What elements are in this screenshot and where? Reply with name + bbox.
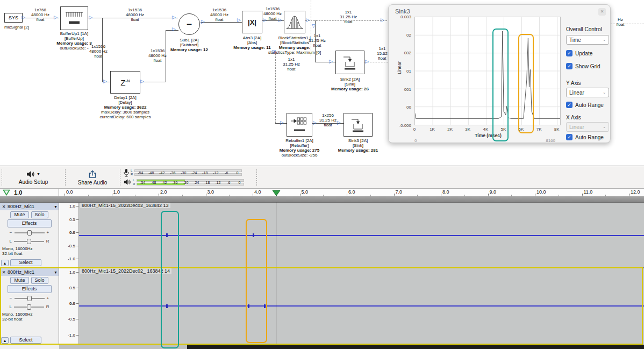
close-icon[interactable]: ✕ [598, 8, 606, 16]
gain-slider[interactable] [15, 230, 45, 236]
delay-caption: Delay1 [2A] [Delay] Memory usage: 3622 m… [90, 95, 160, 119]
amplitude-label: 0.0 [69, 301, 75, 306]
pan-right-label: R [46, 239, 49, 244]
slider-thumb[interactable] [27, 296, 32, 301]
select-button[interactable]: Select [10, 259, 41, 266]
gain-slider[interactable] [15, 296, 45, 301]
audio-setup-button[interactable]: ▼ Audio Setup [5, 167, 61, 188]
timeline-scrub-band[interactable] [0, 196, 644, 203]
select-button[interactable]: Select [10, 337, 41, 344]
blockstatistics-block[interactable] [284, 11, 305, 33]
x-range-max: 8160 [518, 138, 555, 143]
chevron-down-icon: ⌄ [603, 38, 606, 42]
solo-button[interactable]: Solo [31, 277, 48, 284]
show-grid-checkbox[interactable]: ✓ Show Grid [566, 63, 600, 69]
track2-title-bar[interactable]: ✕ 800Hz_Mic1 ▼ [0, 268, 59, 276]
toolbar-grip[interactable] [1, 169, 3, 186]
bufferup-block[interactable] [60, 6, 88, 30]
pan-slider[interactable] [14, 239, 44, 244]
wire [201, 22, 242, 23]
delay-block[interactable]: Z-N [110, 71, 140, 94]
caret-down-icon[interactable]: ▼ [54, 270, 58, 274]
sink2-block[interactable] [335, 51, 364, 74]
waveform-blip [248, 304, 249, 308]
port-triangle-down-icon: ▽ [272, 49, 276, 54]
recording-meter[interactable]: LR -54-48-42-36-30-24-18-12-60 [124, 168, 242, 177]
close-icon[interactable]: ✕ [1, 270, 6, 275]
amplitude-label: -0.5 [68, 317, 75, 322]
toolbar-grip[interactable] [256, 169, 258, 186]
amplitude-label: 0.5 [69, 286, 75, 290]
display-mode-dropdown[interactable]: Time ⌄ [566, 35, 609, 45]
port-triangle-icon: ▷ [172, 15, 176, 20]
timeline-label: 6.0 [348, 189, 355, 195]
slider-thumb[interactable] [27, 304, 31, 310]
timeline-label: 3.0 [207, 189, 214, 195]
sink3-x-ticks: 01K2K3K4K5K6K7K8K [414, 127, 565, 132]
pinned-playhead-icon[interactable] [3, 189, 10, 196]
pan-slider[interactable] [14, 304, 44, 310]
track1-title-bar[interactable]: ✕ 800Hz_Mic1 ▼ [0, 203, 59, 210]
caret-down-icon[interactable]: ▼ [54, 205, 58, 209]
port-triangle-icon: ▷ [22, 15, 25, 20]
slider-thumb[interactable] [27, 230, 32, 236]
x-axis-tick: 1K [426, 127, 438, 132]
x-auto-range-checkbox[interactable]: ✓ Auto Range [566, 134, 604, 140]
timeline-left-cell[interactable]: 1.0 [0, 189, 59, 196]
y-scale-dropdown[interactable]: Linear ⌄ [566, 88, 609, 97]
track1-waveform-area[interactable]: 800Hz_Mic1-15_2022Dec02_163842 13 [79, 203, 644, 267]
pan-left-label: L [9, 304, 11, 309]
meter-scale-label: -30 [181, 180, 190, 184]
amplitude-tick [76, 335, 78, 336]
track2-vertical-ruler[interactable]: 1.00.50.0-0.5-1.0 [59, 268, 79, 345]
y-auto-range-checkbox[interactable]: ✓ Auto Range [566, 102, 604, 108]
y-axis-section-label: Y Axis [566, 80, 581, 86]
clip-title: 800Hz_Mic1-15_2022Dec02_163842 13 [80, 203, 170, 208]
toolbar-grip[interactable] [65, 169, 67, 186]
wire-dashed [275, 54, 276, 123]
y-axis-tick: 0.003 [400, 15, 411, 19]
meter-scale-label: -36 [170, 180, 180, 184]
amplitude-label: 0.0 [69, 230, 75, 235]
amplitude-tick [76, 259, 78, 259]
bottom-dark-segment [187, 345, 644, 349]
sys-block[interactable]: SYS [4, 13, 23, 23]
bottom-edge-strip [0, 345, 644, 349]
solo-button[interactable]: Solo [31, 211, 48, 218]
port-triangle-icon: ▷ [365, 59, 369, 64]
meter-scale-label: -48 [146, 170, 156, 174]
sink3-plot-area[interactable] [414, 17, 561, 125]
channel-labels: LR [131, 169, 133, 176]
timeline-ruler-scale[interactable]: 0.01.02.03.04.05.06.07.08.09.010.011.012… [59, 189, 644, 196]
track1-vertical-ruler[interactable]: 1.00.50.0-0.5-1.0 [59, 203, 79, 267]
update-checkbox[interactable]: ✓ Update [566, 50, 592, 56]
collapse-button[interactable]: ▲ [1, 260, 9, 266]
toolbar-grip[interactable] [119, 169, 121, 186]
playhead-triangle[interactable] [272, 190, 281, 196]
effects-button[interactable]: Effects [8, 285, 52, 293]
amplitude-label: -1.0 [68, 257, 75, 261]
slider-thumb[interactable] [27, 239, 31, 244]
effects-button[interactable]: Effects [8, 219, 52, 227]
playback-meter[interactable]: LR -54-48-42-36-30-24-18-12-60 [124, 177, 244, 187]
abs-block[interactable]: |X| [242, 11, 262, 33]
collapse-button[interactable]: ▲ [1, 337, 9, 344]
share-audio-button[interactable]: Share Audio [69, 167, 116, 188]
sink3-block[interactable] [344, 113, 373, 137]
waveform-zero-line [79, 235, 644, 236]
amplitude-tick [76, 246, 78, 246]
close-icon[interactable]: ✕ [1, 204, 6, 209]
check-icon: ✓ [566, 102, 573, 108]
rebuffer-block[interactable] [287, 113, 312, 137]
mute-button[interactable]: Mute [10, 277, 28, 284]
timeline-label: 7.0 [396, 189, 403, 195]
track2-waveform-area[interactable]: 800Hz_Mic1-15_2022Dec02_ 163842 14 [79, 268, 644, 345]
delay-symbol: Z-N [120, 78, 130, 87]
check-icon: ✓ [566, 63, 573, 69]
sink-icon [348, 116, 368, 134]
x-scale-dropdown[interactable]: Linear ⌄ [566, 122, 609, 132]
mute-button[interactable]: Mute [10, 211, 28, 218]
port-triangle-icon: ▷ [337, 120, 341, 125]
histogram-bell-icon [285, 13, 304, 31]
subtract-block[interactable]: − [178, 13, 200, 35]
